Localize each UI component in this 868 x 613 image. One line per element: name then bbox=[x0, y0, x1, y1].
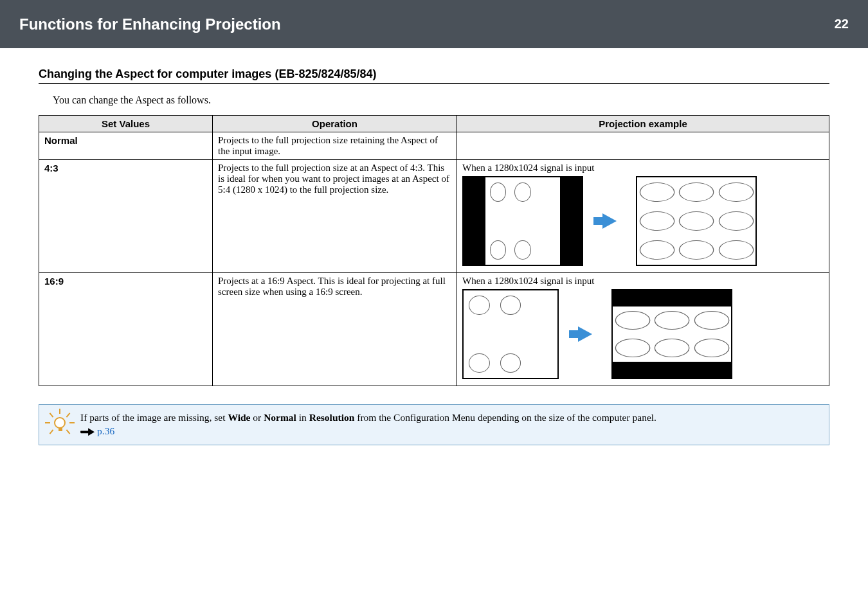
content-area: Changing the Aspect for computer images … bbox=[0, 48, 868, 386]
page-title-bar: Functions for Enhancing Projection bbox=[0, 0, 746, 48]
value-169: 16:9 bbox=[39, 273, 213, 386]
tip-resolution: Resolution bbox=[309, 412, 355, 423]
intro-text: You can change the Aspect as follows. bbox=[53, 94, 829, 106]
example-43-text: When a 1280x1024 signal is input bbox=[462, 163, 824, 173]
page-number: 22 bbox=[835, 17, 849, 31]
diagram-43 bbox=[462, 176, 824, 266]
operation-normal: Projects to the full projection size ret… bbox=[213, 132, 457, 160]
example-normal bbox=[457, 132, 829, 160]
section-heading: Changing the Aspect for computer images … bbox=[39, 67, 829, 84]
table-row: Normal Projects to the full projection s… bbox=[39, 132, 829, 160]
tip-suffix: from the Configuration Menu depending on… bbox=[354, 412, 656, 423]
arrow-icon bbox=[578, 326, 592, 342]
header-band: Functions for Enhancing Projection TOP 2… bbox=[0, 0, 868, 48]
arrow-icon bbox=[602, 213, 617, 229]
value-43: 4:3 bbox=[39, 160, 213, 273]
diagram-169 bbox=[462, 289, 824, 379]
tip-lightbulb-icon bbox=[48, 411, 71, 434]
col-set-values: Set Values bbox=[39, 116, 213, 132]
example-169-text: When a 1280x1024 signal is input bbox=[462, 276, 824, 287]
table-row: 16:9 Projects at a 16:9 Aspect. This is … bbox=[39, 273, 829, 386]
table-header-row: Set Values Operation Projection example bbox=[39, 116, 829, 132]
col-projection-example: Projection example bbox=[457, 116, 829, 132]
page-number-box: 22 bbox=[746, 0, 868, 48]
example-169: When a 1280x1024 signal is input bbox=[457, 273, 829, 386]
operation-169: Projects at a 16:9 Aspect. This is ideal… bbox=[213, 273, 457, 386]
page-title: Functions for Enhancing Projection bbox=[19, 15, 281, 33]
col-operation: Operation bbox=[213, 116, 457, 132]
tip-normal: Normal bbox=[264, 412, 296, 423]
tip-link[interactable]: p.36 bbox=[97, 425, 114, 436]
tip-wide: Wide bbox=[228, 412, 250, 423]
pointer-icon bbox=[80, 428, 95, 436]
tip-box: If parts of the image are missing, set W… bbox=[39, 404, 829, 445]
tip-text: If parts of the image are missing, set W… bbox=[80, 411, 656, 438]
tip-prefix: If parts of the image are missing, set bbox=[80, 412, 228, 423]
diagram-43-after bbox=[636, 176, 757, 266]
page: Functions for Enhancing Projection TOP 2… bbox=[0, 0, 868, 613]
value-normal: Normal bbox=[39, 132, 213, 160]
example-43: When a 1280x1024 signal is input bbox=[457, 160, 829, 273]
tip-or: or bbox=[250, 412, 264, 423]
diagram-169-after bbox=[611, 289, 732, 379]
operation-43: Projects to the full projection size at … bbox=[213, 160, 457, 273]
tip-in: in bbox=[296, 412, 309, 423]
aspect-table: Set Values Operation Projection example … bbox=[39, 115, 829, 386]
diagram-169-before bbox=[462, 289, 559, 379]
table-row: 4:3 Projects to the full projection size… bbox=[39, 160, 829, 273]
diagram-43-before bbox=[462, 176, 583, 266]
